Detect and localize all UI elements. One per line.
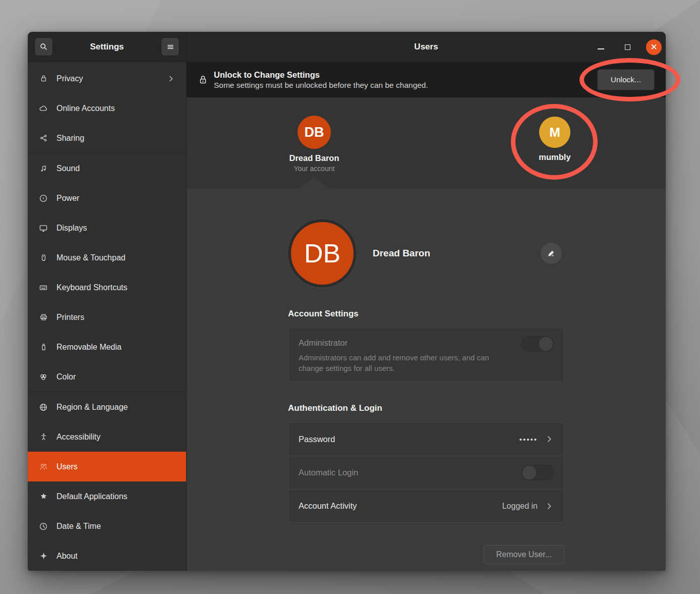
account-activity-value: Logged in: [502, 502, 538, 511]
sidebar-header: Settings: [28, 32, 186, 62]
close-icon: ✕: [650, 43, 657, 51]
sidebar-item-label: Displays: [56, 224, 175, 233]
accessibility-icon: [39, 433, 48, 442]
music-note-icon: [39, 164, 48, 173]
globe-icon: [39, 403, 48, 412]
user-detail-panel: DB Dread Baron Account Settings Administ…: [187, 188, 666, 571]
clock-icon: [39, 522, 48, 531]
auth-login-heading: Authentication & Login: [288, 403, 564, 413]
banner-title: Unlock to Change Settings: [214, 70, 428, 80]
titlebar: Users ✕: [187, 32, 666, 62]
footer-row: Remove User...: [288, 545, 564, 564]
share-icon: [39, 134, 48, 143]
sidebar-item-users[interactable]: Users: [28, 452, 186, 481]
carousel-user-name: Dread Baron: [289, 153, 339, 163]
sidebar-item-label: Accessibility: [56, 433, 175, 442]
sidebar-item-privacy[interactable]: Privacy: [28, 64, 186, 93]
main-panel: Users ✕ Unlock to Change Settings Some s…: [187, 32, 666, 571]
sidebar-title: Settings: [53, 42, 161, 52]
cloud-icon: [39, 104, 48, 113]
printer-icon: [39, 313, 48, 322]
account-activity-label: Account Activity: [299, 501, 502, 511]
sidebar-item-date-time[interactable]: Date & Time: [28, 511, 186, 541]
sidebar-item-region-language[interactable]: Region & Language: [28, 392, 186, 422]
carousel-user-dread-baron[interactable]: DB Dread Baron Your account: [280, 116, 348, 173]
minimize-icon: [598, 48, 604, 49]
selected-user-pointer: [300, 177, 329, 188]
flash-drive-icon: [39, 343, 48, 352]
automatic-login-label: Automatic Login: [299, 468, 521, 477]
edit-name-button[interactable]: [540, 242, 562, 264]
sidebar-item-label: Printers: [56, 313, 175, 322]
minimize-button[interactable]: [593, 39, 609, 55]
sidebar-item-label: Online Accounts: [56, 104, 175, 113]
sidebar-item-label: Region & Language: [56, 403, 175, 412]
profile-row: DB Dread Baron: [288, 219, 564, 288]
pencil-icon: [547, 249, 556, 258]
menu-button[interactable]: [161, 37, 180, 56]
lock-icon: [198, 74, 208, 85]
sidebar-item-label: Sound: [56, 164, 175, 173]
unlock-banner: Unlock to Change Settings Some settings …: [187, 62, 666, 97]
sidebar-item-default-applications[interactable]: Default Applications: [28, 481, 186, 511]
color-circles-icon: [39, 372, 48, 382]
sidebar-item-displays[interactable]: Displays: [28, 213, 186, 243]
sidebar-item-label: About: [56, 552, 175, 561]
sidebar-item-printers[interactable]: Printers: [28, 302, 186, 332]
unlock-button[interactable]: Unlock...: [597, 69, 655, 90]
sidebar-item-online-accounts[interactable]: Online Accounts: [28, 93, 186, 123]
avatar: M: [539, 117, 570, 148]
sidebar-item-removable-media[interactable]: Removable Media: [28, 332, 186, 362]
sidebar-item-label: Power: [56, 194, 175, 203]
chevron-right-icon: [167, 75, 175, 83]
search-button[interactable]: [34, 37, 53, 56]
sidebar-item-label: Users: [56, 462, 175, 471]
lock-icon: [39, 74, 48, 83]
profile-name: Dread Baron: [373, 248, 430, 259]
sidebar: Settings Privacy Online Accounts: [28, 32, 187, 571]
chevron-right-icon: [545, 435, 554, 444]
sidebar-item-keyboard-shortcuts[interactable]: Keyboard Shortcuts: [28, 273, 186, 302]
sidebar-item-label: Default Applications: [56, 492, 175, 501]
sidebar-item-label: Date & Time: [56, 522, 175, 531]
password-dots: •••••: [519, 435, 538, 444]
avatar[interactable]: DB: [288, 219, 357, 288]
sidebar-item-label: Sharing: [56, 134, 175, 143]
automatic-login-toggle[interactable]: [521, 465, 554, 480]
sidebar-item-accessibility[interactable]: Accessibility: [28, 422, 186, 452]
sidebar-item-about[interactable]: About: [28, 541, 186, 571]
sidebar-item-sharing[interactable]: Sharing: [28, 123, 186, 153]
sidebar-item-mouse-touchpad[interactable]: Mouse & Touchpad: [28, 243, 186, 273]
carousel-user-mumbly[interactable]: M mumbly: [520, 116, 589, 162]
toggle-knob: [522, 466, 536, 479]
sidebar-item-color[interactable]: Color: [28, 362, 186, 392]
administrator-label: Administrator: [299, 338, 554, 348]
settings-window: Settings Privacy Online Accounts: [28, 32, 666, 571]
search-icon: [39, 42, 48, 51]
sidebar-item-sound[interactable]: Sound: [28, 153, 186, 183]
password-label: Password: [299, 435, 519, 444]
user-carousel: DB Dread Baron Your account M mumbly: [187, 97, 666, 188]
sparkle-icon: [39, 552, 48, 561]
carousel-user-subtitle: Your account: [294, 165, 334, 173]
star-icon: [39, 492, 48, 501]
maximize-button[interactable]: [619, 39, 635, 55]
administrator-description: Administrators can add and remove other …: [299, 352, 510, 373]
desktop-background: Settings Privacy Online Accounts: [0, 0, 700, 594]
users-icon: [39, 462, 48, 471]
sidebar-item-label: Keyboard Shortcuts: [56, 283, 175, 292]
administrator-toggle[interactable]: [521, 336, 554, 352]
sidebar-list: Privacy Online Accounts Sharing Sound: [28, 62, 186, 571]
account-settings-heading: Account Settings: [288, 309, 564, 319]
sidebar-item-label: Privacy: [56, 74, 167, 83]
sidebar-item-power[interactable]: Power: [28, 183, 186, 213]
close-button[interactable]: ✕: [646, 39, 662, 55]
toggle-knob: [539, 337, 553, 351]
power-icon: [39, 194, 48, 203]
account-activity-row[interactable]: Account Activity Logged in: [288, 489, 564, 522]
display-icon: [39, 224, 48, 233]
remove-user-button[interactable]: Remove User...: [484, 545, 564, 564]
keyboard-icon: [39, 283, 48, 292]
password-row[interactable]: Password •••••: [288, 422, 564, 456]
auth-login-card: Password ••••• Automatic Login Account A…: [288, 422, 564, 523]
